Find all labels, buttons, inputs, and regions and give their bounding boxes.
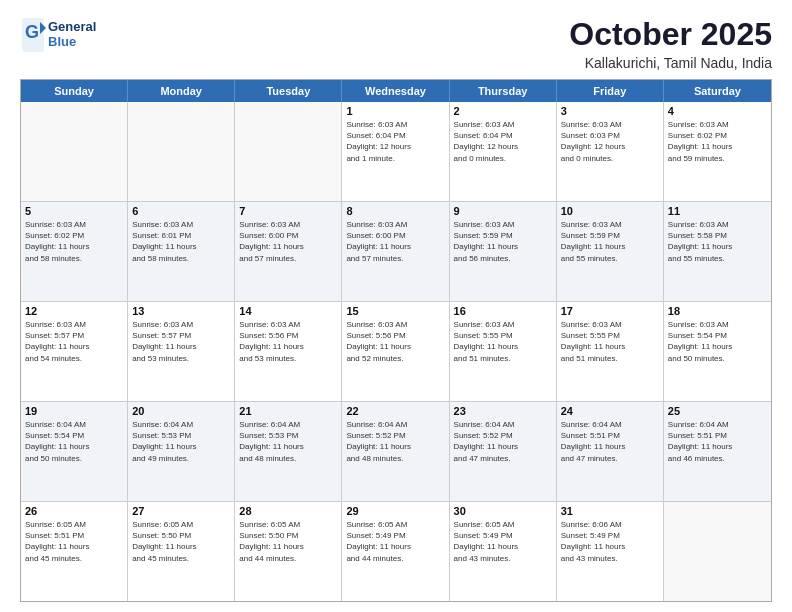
- table-row: 28Sunrise: 6:05 AM Sunset: 5:50 PM Dayli…: [235, 502, 342, 601]
- day-number: 16: [454, 305, 552, 317]
- day-number: 21: [239, 405, 337, 417]
- table-row: 11Sunrise: 6:03 AM Sunset: 5:58 PM Dayli…: [664, 202, 771, 301]
- day-number: 7: [239, 205, 337, 217]
- cell-info: Sunrise: 6:05 AM Sunset: 5:49 PM Dayligh…: [454, 519, 552, 564]
- table-row: [21, 102, 128, 201]
- day-number: 4: [668, 105, 767, 117]
- cell-info: Sunrise: 6:04 AM Sunset: 5:53 PM Dayligh…: [239, 419, 337, 464]
- day-number: 27: [132, 505, 230, 517]
- table-row: 14Sunrise: 6:03 AM Sunset: 5:56 PM Dayli…: [235, 302, 342, 401]
- cell-info: Sunrise: 6:06 AM Sunset: 5:49 PM Dayligh…: [561, 519, 659, 564]
- table-row: 16Sunrise: 6:03 AM Sunset: 5:55 PM Dayli…: [450, 302, 557, 401]
- table-row: 18Sunrise: 6:03 AM Sunset: 5:54 PM Dayli…: [664, 302, 771, 401]
- table-row: 4Sunrise: 6:03 AM Sunset: 6:02 PM Daylig…: [664, 102, 771, 201]
- table-row: 9Sunrise: 6:03 AM Sunset: 5:59 PM Daylig…: [450, 202, 557, 301]
- header-wednesday: Wednesday: [342, 80, 449, 102]
- table-row: 24Sunrise: 6:04 AM Sunset: 5:51 PM Dayli…: [557, 402, 664, 501]
- table-row: 31Sunrise: 6:06 AM Sunset: 5:49 PM Dayli…: [557, 502, 664, 601]
- table-row: 12Sunrise: 6:03 AM Sunset: 5:57 PM Dayli…: [21, 302, 128, 401]
- day-number: 23: [454, 405, 552, 417]
- cell-info: Sunrise: 6:04 AM Sunset: 5:52 PM Dayligh…: [454, 419, 552, 464]
- table-row: [235, 102, 342, 201]
- day-number: 15: [346, 305, 444, 317]
- cell-info: Sunrise: 6:03 AM Sunset: 5:55 PM Dayligh…: [561, 319, 659, 364]
- day-number: 17: [561, 305, 659, 317]
- calendar-body: 1Sunrise: 6:03 AM Sunset: 6:04 PM Daylig…: [21, 102, 771, 601]
- day-number: 2: [454, 105, 552, 117]
- table-row: 13Sunrise: 6:03 AM Sunset: 5:57 PM Dayli…: [128, 302, 235, 401]
- day-number: 5: [25, 205, 123, 217]
- day-number: 31: [561, 505, 659, 517]
- location: Kallakurichi, Tamil Nadu, India: [569, 55, 772, 71]
- cell-info: Sunrise: 6:03 AM Sunset: 5:57 PM Dayligh…: [25, 319, 123, 364]
- table-row: [664, 502, 771, 601]
- table-row: 29Sunrise: 6:05 AM Sunset: 5:49 PM Dayli…: [342, 502, 449, 601]
- table-row: 21Sunrise: 6:04 AM Sunset: 5:53 PM Dayli…: [235, 402, 342, 501]
- table-row: 30Sunrise: 6:05 AM Sunset: 5:49 PM Dayli…: [450, 502, 557, 601]
- day-number: 30: [454, 505, 552, 517]
- table-row: 17Sunrise: 6:03 AM Sunset: 5:55 PM Dayli…: [557, 302, 664, 401]
- table-row: 15Sunrise: 6:03 AM Sunset: 5:56 PM Dayli…: [342, 302, 449, 401]
- day-number: 20: [132, 405, 230, 417]
- cell-info: Sunrise: 6:03 AM Sunset: 5:59 PM Dayligh…: [561, 219, 659, 264]
- table-row: 23Sunrise: 6:04 AM Sunset: 5:52 PM Dayli…: [450, 402, 557, 501]
- table-row: 27Sunrise: 6:05 AM Sunset: 5:50 PM Dayli…: [128, 502, 235, 601]
- svg-text:G: G: [25, 22, 39, 42]
- cell-info: Sunrise: 6:04 AM Sunset: 5:51 PM Dayligh…: [561, 419, 659, 464]
- day-number: 25: [668, 405, 767, 417]
- header-thursday: Thursday: [450, 80, 557, 102]
- day-number: 18: [668, 305, 767, 317]
- day-number: 10: [561, 205, 659, 217]
- day-number: 13: [132, 305, 230, 317]
- cell-info: Sunrise: 6:04 AM Sunset: 5:51 PM Dayligh…: [668, 419, 767, 464]
- day-number: 11: [668, 205, 767, 217]
- table-row: 19Sunrise: 6:04 AM Sunset: 5:54 PM Dayli…: [21, 402, 128, 501]
- calendar-row: 26Sunrise: 6:05 AM Sunset: 5:51 PM Dayli…: [21, 502, 771, 601]
- table-row: 8Sunrise: 6:03 AM Sunset: 6:00 PM Daylig…: [342, 202, 449, 301]
- day-number: 29: [346, 505, 444, 517]
- cell-info: Sunrise: 6:03 AM Sunset: 6:00 PM Dayligh…: [346, 219, 444, 264]
- day-number: 6: [132, 205, 230, 217]
- cell-info: Sunrise: 6:04 AM Sunset: 5:52 PM Dayligh…: [346, 419, 444, 464]
- day-number: 26: [25, 505, 123, 517]
- day-number: 8: [346, 205, 444, 217]
- header-saturday: Saturday: [664, 80, 771, 102]
- header-monday: Monday: [128, 80, 235, 102]
- table-row: 6Sunrise: 6:03 AM Sunset: 6:01 PM Daylig…: [128, 202, 235, 301]
- day-number: 9: [454, 205, 552, 217]
- table-row: 2Sunrise: 6:03 AM Sunset: 6:04 PM Daylig…: [450, 102, 557, 201]
- calendar-header: Sunday Monday Tuesday Wednesday Thursday…: [21, 80, 771, 102]
- table-row: 1Sunrise: 6:03 AM Sunset: 6:04 PM Daylig…: [342, 102, 449, 201]
- logo: General Blue G: [20, 16, 110, 54]
- table-row: [128, 102, 235, 201]
- svg-text:Blue: Blue: [48, 34, 76, 49]
- day-number: 22: [346, 405, 444, 417]
- header-sunday: Sunday: [21, 80, 128, 102]
- day-number: 14: [239, 305, 337, 317]
- page: General Blue G October 2025 Kallakurichi…: [0, 0, 792, 612]
- cell-info: Sunrise: 6:03 AM Sunset: 6:03 PM Dayligh…: [561, 119, 659, 164]
- cell-info: Sunrise: 6:03 AM Sunset: 5:57 PM Dayligh…: [132, 319, 230, 364]
- title-block: October 2025 Kallakurichi, Tamil Nadu, I…: [569, 16, 772, 71]
- cell-info: Sunrise: 6:03 AM Sunset: 6:02 PM Dayligh…: [668, 119, 767, 164]
- day-number: 24: [561, 405, 659, 417]
- calendar-row: 1Sunrise: 6:03 AM Sunset: 6:04 PM Daylig…: [21, 102, 771, 202]
- day-number: 1: [346, 105, 444, 117]
- cell-info: Sunrise: 6:04 AM Sunset: 5:54 PM Dayligh…: [25, 419, 123, 464]
- cell-info: Sunrise: 6:05 AM Sunset: 5:49 PM Dayligh…: [346, 519, 444, 564]
- table-row: 20Sunrise: 6:04 AM Sunset: 5:53 PM Dayli…: [128, 402, 235, 501]
- header-tuesday: Tuesday: [235, 80, 342, 102]
- calendar-row: 5Sunrise: 6:03 AM Sunset: 6:02 PM Daylig…: [21, 202, 771, 302]
- table-row: 22Sunrise: 6:04 AM Sunset: 5:52 PM Dayli…: [342, 402, 449, 501]
- cell-info: Sunrise: 6:03 AM Sunset: 6:04 PM Dayligh…: [454, 119, 552, 164]
- table-row: 5Sunrise: 6:03 AM Sunset: 6:02 PM Daylig…: [21, 202, 128, 301]
- svg-text:General: General: [48, 19, 96, 34]
- cell-info: Sunrise: 6:03 AM Sunset: 5:58 PM Dayligh…: [668, 219, 767, 264]
- header: General Blue G October 2025 Kallakurichi…: [20, 16, 772, 71]
- table-row: 10Sunrise: 6:03 AM Sunset: 5:59 PM Dayli…: [557, 202, 664, 301]
- cell-info: Sunrise: 6:05 AM Sunset: 5:51 PM Dayligh…: [25, 519, 123, 564]
- table-row: 3Sunrise: 6:03 AM Sunset: 6:03 PM Daylig…: [557, 102, 664, 201]
- calendar-row: 12Sunrise: 6:03 AM Sunset: 5:57 PM Dayli…: [21, 302, 771, 402]
- calendar-row: 19Sunrise: 6:04 AM Sunset: 5:54 PM Dayli…: [21, 402, 771, 502]
- calendar: Sunday Monday Tuesday Wednesday Thursday…: [20, 79, 772, 602]
